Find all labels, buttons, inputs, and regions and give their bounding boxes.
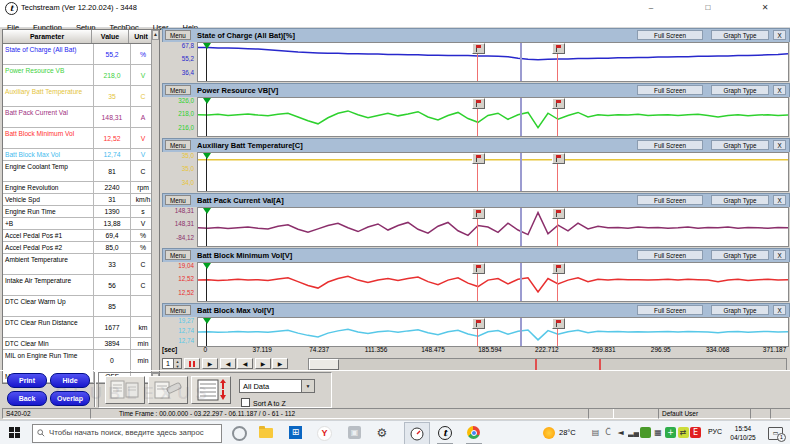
techstream-app-button[interactable]: t (437, 425, 453, 441)
graph-type-button[interactable]: Graph Type (711, 85, 769, 95)
full-screen-button[interactable]: Full Screen (637, 85, 703, 95)
graph-menu-button[interactable]: Menu (165, 195, 191, 205)
table-row[interactable]: Intake Air Temperature56C (3, 275, 159, 296)
flag-marker-icon[interactable] (552, 43, 565, 54)
overlap-button[interactable]: Overlap (50, 391, 90, 406)
graph-type-button[interactable]: Graph Type (711, 140, 769, 150)
table-row[interactable]: Engine Revolution2240rpm (3, 182, 159, 194)
cortana-button[interactable] (231, 425, 247, 441)
reorder-data-icon-button[interactable] (191, 376, 231, 404)
graph-close-button[interactable]: X (773, 305, 786, 315)
step-back-button[interactable]: ◀ (220, 358, 236, 369)
tray-update-icon[interactable]: Ĉ (603, 427, 614, 438)
tray-device-icon[interactable]: ▤ (590, 427, 601, 438)
time-cursor-line[interactable] (520, 208, 522, 246)
back-button[interactable]: ◀ (237, 358, 253, 369)
tray-app-window-icon[interactable]: ▦ (653, 427, 664, 438)
play-button[interactable]: ▶ (202, 358, 218, 369)
graph-close-button[interactable]: X (773, 250, 786, 260)
flag-marker-icon[interactable] (472, 153, 485, 164)
sort-a-to-z-checkbox[interactable]: Sort A to Z (241, 398, 286, 407)
table-row[interactable]: Batt Block Max Vol12,74V (3, 149, 159, 161)
tray-network-icon[interactable]: ▂▄▆ (628, 427, 639, 438)
graph-menu-button[interactable]: Menu (165, 85, 191, 95)
memo-record-icon-button[interactable] (148, 376, 188, 404)
start-button[interactable] (9, 427, 20, 438)
back-button[interactable]: Back (7, 391, 47, 406)
table-row[interactable]: Power Resource VB218,0V (3, 65, 159, 86)
flag-marker-icon[interactable] (552, 98, 565, 109)
table-row[interactable]: DTC Clear Min3894min (3, 338, 159, 350)
scroll-up-icon[interactable]: ▲ (152, 30, 159, 40)
tray-nvidia-icon[interactable] (640, 427, 651, 438)
taskbar-search-input[interactable]: Чтобы начать поиск, введите здесь запрос (32, 424, 222, 443)
table-row[interactable]: Auxiliary Batt Temperature35C (3, 86, 159, 107)
full-screen-button[interactable]: Full Screen (637, 195, 703, 205)
table-row[interactable]: Engine Coolant Temp81C (3, 161, 159, 182)
table-row[interactable]: +B13,88V (3, 218, 159, 230)
start-marker-icon[interactable] (203, 318, 211, 324)
store-button[interactable]: ⊞ (288, 425, 304, 441)
temperature-label[interactable]: 28°C (559, 428, 576, 437)
full-screen-button[interactable]: Full Screen (637, 250, 703, 260)
start-marker-icon[interactable] (203, 43, 211, 49)
time-cursor-line[interactable] (520, 98, 522, 136)
step-forward-button[interactable]: ▶ (272, 358, 288, 369)
table-row[interactable]: Ambient Temperature33C (3, 254, 159, 275)
print-button[interactable]: Print (7, 373, 47, 388)
chevron-down-icon[interactable]: ▼ (301, 380, 314, 392)
graph-plot[interactable] (197, 42, 789, 82)
close-button[interactable]: ✕ (756, 2, 774, 14)
flag-marker-icon[interactable] (472, 43, 485, 54)
yandex-button[interactable]: Y (316, 425, 332, 441)
graph-menu-button[interactable]: Menu (165, 30, 191, 40)
flag-marker-icon[interactable] (552, 153, 565, 164)
table-row[interactable]: Accel Pedal Pos #285,0% (3, 242, 159, 254)
graph-type-button[interactable]: Graph Type (711, 30, 769, 40)
table-row[interactable]: Batt Pack Current Val148,31A (3, 107, 159, 128)
language-indicator[interactable]: РУС (708, 428, 722, 435)
tray-volume-icon[interactable]: ◄ (615, 427, 626, 438)
table-row[interactable]: State of Charge (All Bat)55,2% (3, 44, 159, 65)
data-group-dropdown[interactable]: All Data ▼ (239, 379, 315, 393)
minimize-button[interactable]: – (642, 2, 660, 14)
graph-menu-button[interactable]: Menu (165, 305, 191, 315)
chrome-app-button[interactable] (466, 425, 482, 441)
start-marker-icon[interactable] (203, 263, 211, 269)
time-cursor-line[interactable] (520, 263, 522, 301)
photos-button[interactable]: ▣ (347, 425, 363, 441)
tray-sync-icon[interactable]: ⇄ (678, 427, 689, 438)
table-row[interactable]: MIL on Engine Run Time0min (3, 350, 159, 371)
time-cursor-line[interactable] (520, 318, 522, 346)
flag-marker-icon[interactable] (552, 318, 565, 329)
graph-menu-button[interactable]: Menu (165, 250, 191, 260)
tray-security-shield-icon[interactable]: + (665, 427, 676, 438)
graph-close-button[interactable]: X (773, 30, 786, 40)
table-row[interactable]: Vehicle Spd31km/h (3, 194, 159, 206)
flag-marker-icon[interactable] (552, 263, 565, 274)
forward-button[interactable]: ▶ (255, 358, 271, 369)
flag-marker-icon[interactable] (472, 208, 485, 219)
start-marker-icon[interactable] (203, 208, 211, 214)
table-row[interactable]: Accel Pedal Pos #169,4% (3, 230, 159, 242)
maximize-button[interactable]: □ (699, 2, 717, 14)
interval-spinner[interactable]: 1▲▼ (162, 358, 182, 369)
sheets-copy-icon-button[interactable] (105, 376, 145, 404)
start-marker-icon[interactable] (203, 98, 211, 104)
graph-menu-button[interactable]: Menu (165, 140, 191, 150)
start-marker-icon[interactable] (203, 153, 211, 159)
graph-plot[interactable] (197, 97, 789, 137)
flag-marker-icon[interactable] (472, 263, 485, 274)
graph-plot[interactable] (197, 262, 789, 302)
taskbar-clock[interactable]: 15:54 04/10/25 (726, 424, 760, 442)
scrollbar-thumb[interactable] (309, 359, 339, 370)
hide-button[interactable]: Hide (50, 373, 90, 388)
full-screen-button[interactable]: Full Screen (637, 305, 703, 315)
full-screen-button[interactable]: Full Screen (637, 140, 703, 150)
graph-close-button[interactable]: X (773, 195, 786, 205)
graph-plot[interactable] (197, 207, 789, 247)
table-scrollbar[interactable]: ▲ ▼ (151, 30, 159, 383)
graph-close-button[interactable]: X (773, 140, 786, 150)
checkbox-box[interactable] (241, 398, 250, 407)
time-cursor-line[interactable] (520, 153, 522, 191)
